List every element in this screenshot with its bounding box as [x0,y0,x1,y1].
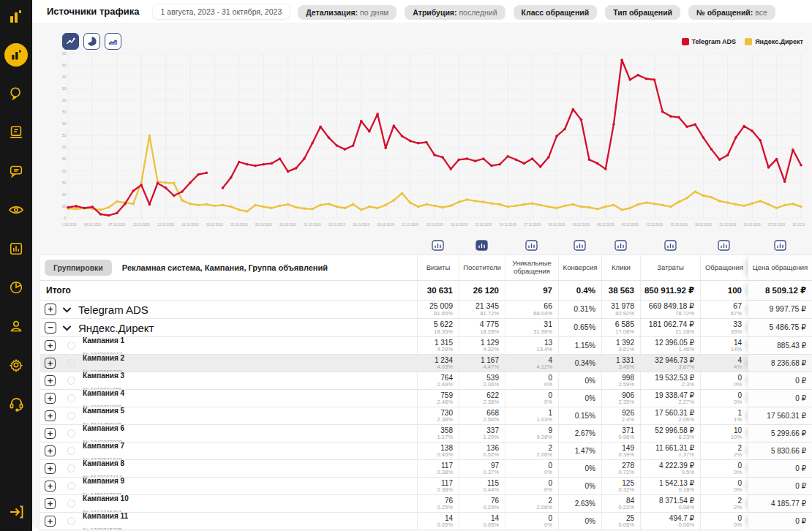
campaign-checkbox[interactable] [67,377,75,385]
table-row[interactable]: +Кампания 8№ 66730074141170.38%970.37%00… [40,460,812,478]
cell-Посетители: 760.29% [459,495,505,512]
campaign-checkbox[interactable] [67,500,75,508]
cell-Конверсия: 0.31% [558,301,601,318]
cell-Цена обращения: 4 185.77 ₽ [748,495,812,512]
cell-Посетители: 4 77518.28% [459,319,505,336]
svg-text:04.10.2019: 04.10.2019 [84,223,101,227]
chevron-down-icon[interactable] [62,306,72,313]
table-row[interactable]: +Кампания 3№ 19108110667642.49%5392.06%0… [40,372,812,390]
column-header-2[interactable]: Уникальные обращения [505,255,558,280]
logo-bars-icon [8,9,24,28]
expand-button[interactable]: + [45,516,56,527]
pie-chart-icon [86,36,97,47]
campaign-checkbox[interactable] [67,464,75,472]
sidebar-item-logout[interactable] [4,500,28,524]
filter-pill-1[interactable]: Атрибуция: последний [405,5,505,20]
column-chart-toggle[interactable] [525,240,538,251]
cell-Цена обращения: 885.43 ₽ [748,337,812,354]
groupings-button[interactable]: Группировки [45,260,112,276]
campaign-checkbox[interactable] [67,429,75,437]
campaign-checkbox[interactable] [67,394,75,402]
cell-Затраты: 1 542.13 ₽0.18% [640,478,700,494]
campaign-checkbox[interactable] [67,412,75,420]
expand-button[interactable]: + [45,463,56,474]
cell-Цена обращения: 9 997.75 ₽ [748,301,812,318]
column-chart-toggle[interactable] [664,240,677,251]
filter-pill-2[interactable]: Класс обращений [514,5,598,20]
expand-button[interactable]: + [45,410,56,421]
campaign-checkbox[interactable] [67,517,75,525]
table-row[interactable]: +Telegram ADS25 00981.65%21 34581.72%666… [40,301,812,319]
table-row[interactable]: +Кампания 11№ 1820815395140.05%140.05%00… [40,513,812,530]
sidebar-item-analytics[interactable] [4,43,28,67]
table-row[interactable]: +Кампания 5№ 66117599267302.38%6682.56%1… [40,407,812,425]
expand-button[interactable]: + [45,358,56,369]
legend-item-1[interactable]: Яндекс.Директ [745,38,803,45]
chart-type-pie-button[interactable] [83,33,100,50]
column-header-3[interactable]: Конверсия [558,255,601,280]
expand-button[interactable]: + [45,428,56,439]
sidebar-item-stats[interactable] [4,237,28,260]
sidebar-item-settings[interactable] [4,353,28,377]
table-row[interactable]: +Кампания 10№ 8413246491760.25%760.29%22… [40,495,812,513]
expand-button[interactable]: + [45,340,56,351]
expand-button[interactable]: + [45,445,56,456]
table-row[interactable]: +Кампания 2№ 18426592331 2344.03%1 1674.… [40,355,812,372]
cell-Визиты: 5 62218.35% [417,319,459,336]
cell-Цена обращения: 0 ₽ [748,460,812,477]
column-chart-toggle[interactable] [774,240,786,251]
sidebar-item-support[interactable] [4,392,28,415]
sidebar-item-reports[interactable] [4,121,28,144]
column-header-6[interactable]: Обращения [700,255,748,280]
column-chart-toggle[interactable] [432,240,444,251]
column-header-7[interactable]: Цена обращения [748,255,812,280]
svg-text:09.12.2019: 09.12.2019 [622,223,639,227]
sidebar-item-search[interactable] [4,82,28,105]
sidebar-item-users[interactable] [4,315,28,338]
column-chart-toggle[interactable] [574,240,586,251]
cell-Обращения: 44% [700,355,748,372]
table-row[interactable]: −Яндекс.Директ5 62218.35%4 77518.28%3131… [40,319,812,337]
column-header-5[interactable]: Затраты [640,255,700,280]
legend-swatch-icon [682,38,689,45]
expand-button[interactable]: + [45,304,56,315]
expand-button[interactable]: + [45,393,56,404]
campaign-checkbox[interactable] [67,482,75,490]
campaign-checkbox[interactable] [67,359,75,367]
svg-text:06.11.2019: 06.11.2019 [353,223,369,227]
sidebar-item-messages[interactable] [4,159,28,183]
campaign-name: Кампания 5 [83,407,124,415]
expand-button[interactable]: + [45,481,56,492]
collapse-button[interactable]: − [45,322,56,334]
table-row[interactable]: +Кампания 4№ 19108110007592.48%6222.38%0… [40,390,812,407]
table-row[interactable]: +Кампания 7№ 84295713481380.45%1360.52%2… [40,442,812,460]
table-row[interactable]: +Кампания 6№ 18428829203581.17%3371.29%9… [40,425,812,442]
column-header-4[interactable]: Клики [601,255,640,280]
cell-Посетители: 1 1674.47% [459,355,505,372]
column-chart-toggle[interactable] [475,240,488,251]
traffic-table: Группировки Рекламная система, Кампания,… [40,236,812,530]
filter-pill-0[interactable]: Детализация: по дням [298,5,396,20]
column-header-1[interactable]: Посетители [459,255,505,280]
chevron-down-icon[interactable] [62,325,72,331]
filter-pill-3[interactable]: Тип обращений [605,5,680,20]
sidebar-item-segments[interactable] [4,276,28,299]
date-range-picker[interactable]: 1 августа, 2023 - 31 октября, 2023 [153,4,290,19]
table-row[interactable]: +Кампания 9№ 64561179771170.38%1150.44%0… [40,478,812,495]
campaign-checkbox[interactable] [67,447,75,455]
ad-system-name: Telegram ADS [78,304,149,316]
table-row[interactable]: +Кампания 1№ 18428829171 3154.29%1 1294.… [40,337,812,355]
svg-text:24.12.2019: 24.12.2019 [744,223,761,227]
filter-pill-4[interactable]: № обращений: все [688,5,775,20]
column-chart-toggle[interactable] [718,240,730,251]
traffic-line-chart[interactable]: 0501001502002503003504004505005506006507… [62,50,805,231]
campaign-checkbox[interactable] [67,342,75,350]
expand-button[interactable]: + [45,375,56,386]
expand-button[interactable]: + [45,498,56,509]
chart-type-line-button[interactable] [62,33,79,50]
legend-item-0[interactable]: Telegram ADS [682,38,737,45]
sidebar-item-views[interactable] [4,198,28,222]
column-chart-toggle[interactable] [614,240,627,251]
column-header-0[interactable]: Визиты [417,255,459,280]
chart-type-area-button[interactable] [105,33,121,50]
